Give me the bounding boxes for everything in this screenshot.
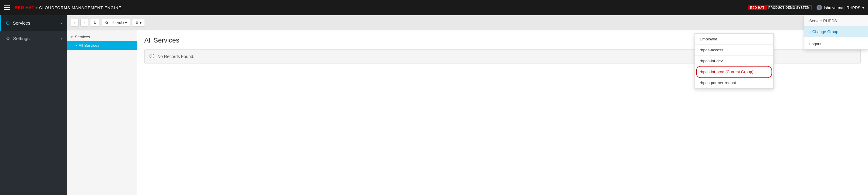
lifecycle-caret-icon: ▾	[125, 21, 127, 25]
download-caret-icon: ▾	[140, 21, 142, 25]
product-badge-group: RED HAT PRODUCT DEMO SYSTEM	[748, 5, 812, 10]
dropdown-divider	[804, 38, 868, 38]
product-badge-redhat: RED HAT	[748, 5, 766, 10]
forward-icon: ›	[84, 21, 85, 25]
tree-item-all-services[interactable]: ▪ All Services	[67, 41, 137, 50]
tree-collapse-icon: ∨	[71, 35, 73, 39]
back-chevron-icon: ‹	[809, 30, 810, 34]
sidebar-item-services[interactable]: ⊙ Services ›	[0, 15, 67, 31]
download-icon: ⬇	[135, 21, 138, 25]
sidebar-settings-label: Settings	[13, 36, 30, 41]
user-label: ishu verma | RHPDS	[824, 5, 860, 10]
sidebar: ⊙ Services › ⚙ Settings ›	[0, 15, 67, 195]
settings-icon: ⚙	[6, 36, 10, 41]
forward-button[interactable]: ›	[80, 19, 88, 27]
hamburger-menu[interactable]	[4, 5, 10, 10]
main-panel: All Services ⓘ No Records Found. Employe…	[137, 30, 868, 195]
tree-header-label: Services	[75, 35, 90, 39]
folder-icon: ▪	[75, 43, 77, 48]
services-icon: ⊙	[6, 20, 10, 26]
group-item-employee[interactable]: Employee	[695, 34, 773, 45]
brand-text: CLOUDFORMS MANAGEMENT ENGINE	[39, 5, 121, 10]
lifecycle-recycle-icon: ♻	[105, 21, 108, 25]
tree-panel: ∨ Services ▪ All Services	[67, 30, 137, 195]
user-dropdown-arrow: ▾	[862, 5, 864, 10]
logout-label: Logout	[809, 42, 822, 46]
content-body: ∨ Services ▪ All Services All Services ⓘ…	[67, 30, 868, 195]
group-dropdown: Employee rhpds-access rhpds-iot-dev rhpd…	[694, 33, 774, 89]
change-group-button[interactable]: ‹ Change Group	[804, 30, 868, 37]
info-icon: ⓘ	[149, 53, 154, 60]
group-item-rhpds-partner-redhat[interactable]: rhpds-partner-redhat	[695, 77, 773, 88]
top-nav: RED HAT ® CLOUDFORMS MANAGEMENT ENGINE R…	[0, 0, 868, 15]
group-item-rhpds-iot-dev[interactable]: rhpds-iot-dev	[695, 55, 773, 67]
download-button[interactable]: ⬇ ▾	[132, 19, 145, 27]
user-dropdown: Server: RHPDS ‹ Change Group Logout	[804, 30, 868, 49]
tree-item-label: All Services	[79, 43, 99, 48]
refresh-button[interactable]: ↻	[90, 19, 100, 27]
sidebar-settings-arrow: ›	[61, 37, 62, 40]
content-area: ‹ › ↻ ♻ Lifecycle ▾ ⬇ ▾ ∨	[67, 15, 868, 195]
brand-red: RED HAT	[14, 5, 34, 10]
product-badge-demo: PRODUCT DEMO SYSTEM	[766, 5, 812, 10]
toolbar: ‹ › ↻ ♻ Lifecycle ▾ ⬇ ▾	[67, 15, 868, 30]
lifecycle-button[interactable]: ♻ Lifecycle ▾	[102, 19, 130, 27]
logout-button[interactable]: Logout	[804, 39, 868, 49]
sidebar-services-arrow: ›	[61, 21, 62, 25]
nav-right: RED HAT PRODUCT DEMO SYSTEM 👤 ishu verma…	[748, 5, 864, 10]
tree-header[interactable]: ∨ Services	[67, 33, 137, 41]
group-item-rhpds-access[interactable]: rhpds-access	[695, 45, 773, 55]
back-icon: ‹	[74, 21, 75, 25]
back-button[interactable]: ‹	[71, 19, 79, 27]
main-layout: ⊙ Services › ⚙ Settings › ‹ › ↻ ♻ Lifecy…	[0, 15, 868, 195]
refresh-icon: ↻	[93, 21, 96, 25]
sidebar-item-settings[interactable]: ⚙ Settings ›	[0, 31, 67, 46]
user-avatar-icon: 👤	[816, 5, 822, 10]
user-menu[interactable]: 👤 ishu verma | RHPDS ▾	[816, 5, 864, 10]
sidebar-services-label: Services	[13, 21, 30, 26]
brand: RED HAT ® CLOUDFORMS MANAGEMENT ENGINE	[14, 5, 121, 10]
group-item-rhpds-iot-prod[interactable]: rhpds-iot-prod (Current Group)	[695, 67, 773, 77]
change-group-label: Change Group	[812, 30, 838, 34]
no-records-label: No Records Found.	[157, 54, 194, 59]
lifecycle-label: Lifecycle	[110, 21, 124, 25]
